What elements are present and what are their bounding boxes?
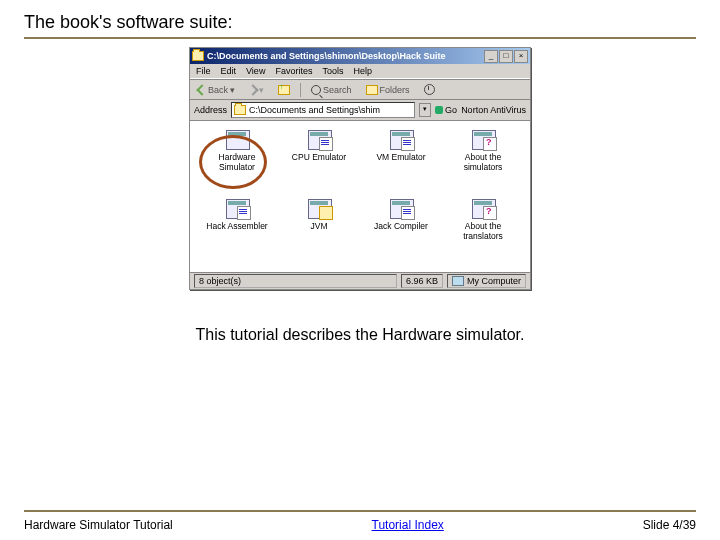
file-cpu-emulator[interactable]: CPU Emulator [283, 128, 355, 162]
close-button[interactable]: × [514, 50, 528, 63]
forward-button[interactable]: ▾ [245, 83, 268, 97]
file-about-translators[interactable]: About the translators [447, 197, 519, 241]
address-label: Address [194, 105, 227, 115]
back-label: Back [208, 85, 228, 95]
separator [300, 83, 301, 97]
menubar: File Edit View Favorites Tools Help [190, 64, 530, 79]
status-size: 6.96 KB [401, 274, 443, 288]
menu-view[interactable]: View [246, 66, 265, 76]
file-label: About the simulators [447, 152, 519, 172]
file-label: JVM [311, 221, 328, 231]
back-button[interactable]: Back ▾ [194, 83, 239, 97]
file-label: Jack Compiler [374, 221, 428, 231]
menu-help[interactable]: Help [353, 66, 372, 76]
address-value: C:\Documents and Settings\shim [249, 105, 380, 115]
norton-label: Norton AntiVirus [461, 105, 526, 115]
toolbar: Back ▾ ▾ Search [190, 79, 530, 100]
go-icon [435, 106, 443, 114]
search-icon [311, 85, 321, 95]
file-pane: Hardware Simulator CPU Emulator VM Emula… [190, 121, 530, 272]
window-titlebar: C:\Documents and Settings\shimon\Desktop… [190, 48, 530, 64]
up-icon [278, 85, 290, 95]
menu-file[interactable]: File [196, 66, 211, 76]
slide-number: Slide 4/39 [643, 518, 696, 532]
history-button[interactable] [420, 82, 439, 97]
file-jack-compiler[interactable]: Jack Compiler [365, 197, 437, 231]
status-location: My Computer [447, 274, 526, 288]
status-bar: 8 object(s) 6.96 KB My Computer [190, 272, 530, 289]
up-button[interactable] [274, 83, 294, 97]
folder-icon [192, 51, 204, 61]
file-hack-assembler[interactable]: Hack Assembler [201, 197, 273, 231]
search-label: Search [323, 85, 352, 95]
folders-label: Folders [380, 85, 410, 95]
go-button[interactable]: Go [435, 105, 457, 115]
footer: Hardware Simulator Tutorial Tutorial Ind… [24, 510, 696, 532]
chevron-down-icon: ▾ [259, 85, 264, 95]
page-title: The book's software suite: [24, 12, 696, 39]
minimize-button[interactable]: _ [484, 50, 498, 63]
go-label: Go [445, 105, 457, 115]
maximize-button[interactable]: □ [499, 50, 513, 63]
address-dropdown[interactable]: ▾ [419, 103, 431, 117]
menu-edit[interactable]: Edit [221, 66, 237, 76]
forward-icon [247, 84, 258, 95]
file-label: VM Emulator [376, 152, 425, 162]
file-label: CPU Emulator [292, 152, 346, 162]
folders-button[interactable]: Folders [362, 83, 414, 97]
computer-icon [452, 276, 464, 286]
explorer-window: C:\Documents and Settings\shimon\Desktop… [189, 47, 531, 290]
file-label: About the translators [447, 221, 519, 241]
tutorial-index-link[interactable]: Tutorial Index [372, 518, 444, 532]
address-input[interactable]: C:\Documents and Settings\shim [231, 102, 415, 118]
menu-favs[interactable]: Favorites [275, 66, 312, 76]
search-button[interactable]: Search [307, 83, 356, 97]
file-vm-emulator[interactable]: VM Emulator [365, 128, 437, 162]
file-hardware-simulator[interactable]: Hardware Simulator [201, 128, 273, 172]
file-about-simulators[interactable]: About the simulators [447, 128, 519, 172]
file-jvm[interactable]: JVM [283, 197, 355, 231]
address-bar: Address C:\Documents and Settings\shim ▾… [190, 100, 530, 121]
menu-tools[interactable]: Tools [322, 66, 343, 76]
window-title-text: C:\Documents and Settings\shimon\Desktop… [207, 51, 446, 61]
footer-left: Hardware Simulator Tutorial [24, 518, 173, 532]
folder-icon [234, 105, 246, 115]
file-label: Hardware Simulator [201, 152, 273, 172]
file-label: Hack Assembler [206, 221, 267, 231]
chevron-down-icon: ▾ [230, 85, 235, 95]
history-icon [424, 84, 435, 95]
status-location-text: My Computer [467, 276, 521, 286]
folders-icon [366, 85, 378, 95]
status-objects: 8 object(s) [194, 274, 397, 288]
back-icon [196, 84, 207, 95]
caption-text: This tutorial describes the Hardware sim… [195, 326, 524, 344]
screenshot: C:\Documents and Settings\shimon\Desktop… [189, 47, 531, 290]
